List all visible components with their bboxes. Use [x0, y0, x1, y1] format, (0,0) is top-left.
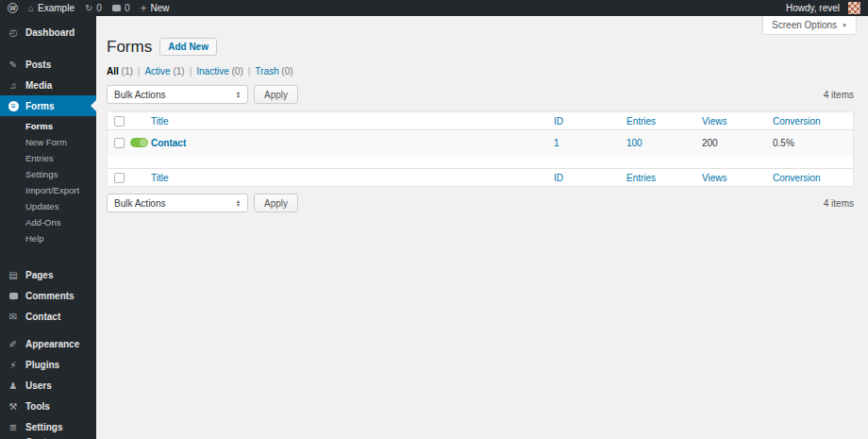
toggle-knob	[140, 139, 147, 146]
sidebar-item-appearance[interactable]: ✐ Appearance	[0, 333, 96, 354]
sidebar-item-label: Media	[25, 80, 52, 91]
screen-options-button[interactable]: Screen Options ▼	[762, 16, 857, 35]
form-entries-link[interactable]: 100	[626, 138, 702, 148]
sidebar-item-media[interactable]: ♫ Media	[0, 75, 96, 95]
sidebar-item-label: Dashboard	[25, 27, 75, 38]
bulk-actions-select[interactable]: Bulk Actions ▲▼	[107, 85, 248, 104]
filter-count: (1)	[173, 66, 184, 76]
filter-count: (0)	[232, 66, 243, 76]
column-footer-conversion[interactable]: Conversion	[773, 173, 853, 183]
sidebar-item-dashboard[interactable]: ◴ Dashboard	[0, 22, 96, 42]
new-label: New	[150, 3, 169, 13]
envelope-icon: ✉	[8, 312, 19, 322]
sidebar-item-plugins[interactable]: ⚡ Plugins	[0, 354, 96, 375]
apply-button[interactable]: Apply	[254, 85, 298, 104]
update-count: 0	[96, 3, 102, 13]
select-all-checkbox-bottom[interactable]	[114, 173, 125, 183]
forms-table: Title ID Entries Views Conversion Contac…	[107, 111, 854, 187]
tablenav-top: Bulk Actions ▲▼ Apply 4 items	[107, 84, 854, 105]
sidebar-item-posts[interactable]: ✎ Posts	[0, 54, 96, 75]
sidebar-item-comments[interactable]: Comments	[0, 285, 96, 306]
table-footer-row: Title ID Entries Views Conversion	[108, 168, 853, 186]
submenu-item-help[interactable]: Help	[0, 230, 96, 246]
bulk-actions-selected-value: Bulk Actions	[114, 198, 165, 209]
apply-button-bottom[interactable]: Apply	[254, 194, 298, 212]
site-menu[interactable]: ⌂ Example	[28, 3, 75, 13]
column-footer-views[interactable]: Views	[702, 173, 773, 183]
sidebar-item-label: Users	[25, 380, 52, 391]
wordpress-menu[interactable]: W	[8, 3, 18, 13]
form-id-link[interactable]: 1	[554, 138, 626, 148]
comment-count: 0	[125, 3, 130, 13]
form-title-link[interactable]: Contact	[151, 138, 554, 148]
sidebar: ◴ Dashboard ✎ Posts ♫ Media ≡ Forms Form…	[0, 16, 96, 439]
form-conversion-value: 0.5%	[773, 138, 853, 148]
sidebar-item-label: Comments	[25, 291, 75, 301]
filter-label: All	[107, 66, 119, 76]
column-header-entries[interactable]: Entries	[626, 116, 702, 127]
filter-label: Trash	[255, 66, 278, 76]
wordpress-logo-icon: W	[8, 3, 18, 13]
pages-icon: ▤	[8, 270, 19, 280]
row-checkbox[interactable]	[114, 138, 125, 148]
column-footer-id[interactable]: ID	[554, 173, 626, 183]
column-header-views[interactable]: Views	[702, 116, 773, 127]
bulk-actions-selected-value: Bulk Actions	[114, 90, 165, 100]
add-new-button[interactable]: Add New	[159, 38, 217, 56]
filter-active[interactable]: Active (1)	[144, 66, 184, 76]
site-name: Example	[38, 3, 75, 13]
tools-icon: ⚒	[8, 401, 19, 412]
submenu-item-settings[interactable]: Settings	[0, 166, 96, 182]
screen-options-label: Screen Options	[772, 20, 837, 30]
filter-inactive[interactable]: Inactive (0)	[196, 66, 242, 76]
submenu-item-updates[interactable]: Updates	[0, 198, 96, 214]
dashboard-icon: ◴	[8, 27, 19, 38]
updates-indicator[interactable]: ↻ 0	[85, 3, 102, 13]
users-icon: ♟	[8, 380, 19, 391]
forms-icon: ≡	[8, 100, 19, 111]
form-active-toggle[interactable]	[130, 138, 148, 147]
column-header-conversion[interactable]: Conversion	[773, 116, 853, 127]
sidebar-item-contact[interactable]: ✉ Contact	[0, 306, 96, 327]
sidebar-item-label: Contact	[25, 312, 60, 322]
filter-trash[interactable]: Trash (0)	[255, 66, 292, 76]
sidebar-item-forms[interactable]: ≡ Forms	[0, 95, 96, 116]
menu-separator	[0, 42, 96, 54]
sidebar-item-label: Plugins	[25, 360, 59, 370]
column-footer-title[interactable]: Title	[151, 173, 554, 183]
filter-label: Inactive	[196, 66, 228, 76]
comments-icon	[8, 291, 19, 301]
select-all-checkbox[interactable]	[114, 116, 125, 127]
comments-indicator[interactable]: 0	[112, 3, 130, 13]
submenu-item-new-form[interactable]: New Form	[0, 134, 96, 150]
sidebar-item-label: Tools	[25, 401, 50, 412]
submenu-item-addons[interactable]: Add-Ons	[0, 214, 96, 230]
table-header-row: Title ID Entries Views Conversion	[108, 112, 853, 130]
sidebar-item-label: Settings	[25, 422, 62, 432]
title-row: Forms Add New	[107, 38, 854, 56]
sidebar-item-users[interactable]: ♟ Users	[0, 375, 96, 396]
select-arrows-icon: ▲▼	[236, 91, 241, 98]
items-count-bottom: 4 items	[824, 198, 854, 209]
column-header-title[interactable]: Title	[151, 116, 554, 127]
forms-submenu: Forms New Form Entries Settings Import/E…	[0, 116, 96, 253]
sidebar-item-settings[interactable]: ≣ Settings	[0, 416, 96, 437]
sidebar-item-label: Pages	[25, 270, 53, 280]
comments-icon	[112, 5, 121, 11]
sidebar-item-tools[interactable]: ⚒ Tools	[0, 396, 96, 416]
appearance-icon: ✐	[8, 339, 19, 349]
submenu-item-entries[interactable]: Entries	[0, 150, 96, 166]
page-title: Forms	[107, 39, 152, 55]
account-menu[interactable]: Howdy, revel	[786, 2, 860, 14]
tablenav-bottom: Bulk Actions ▲▼ Apply 4 items	[107, 193, 854, 213]
submenu-item-import-export[interactable]: Import/Export	[0, 182, 96, 198]
filter-separator: |	[190, 66, 192, 76]
bulk-actions-select-bottom[interactable]: Bulk Actions ▲▼	[107, 194, 248, 212]
admin-bar-right: Howdy, revel	[786, 0, 860, 16]
sidebar-item-pages[interactable]: ▤ Pages	[0, 264, 96, 285]
column-footer-entries[interactable]: Entries	[626, 173, 702, 183]
filter-all[interactable]: All (1)	[107, 66, 133, 76]
submenu-item-forms[interactable]: Forms	[0, 118, 96, 134]
new-content-menu[interactable]: + New	[140, 3, 169, 14]
column-header-id[interactable]: ID	[554, 116, 626, 127]
